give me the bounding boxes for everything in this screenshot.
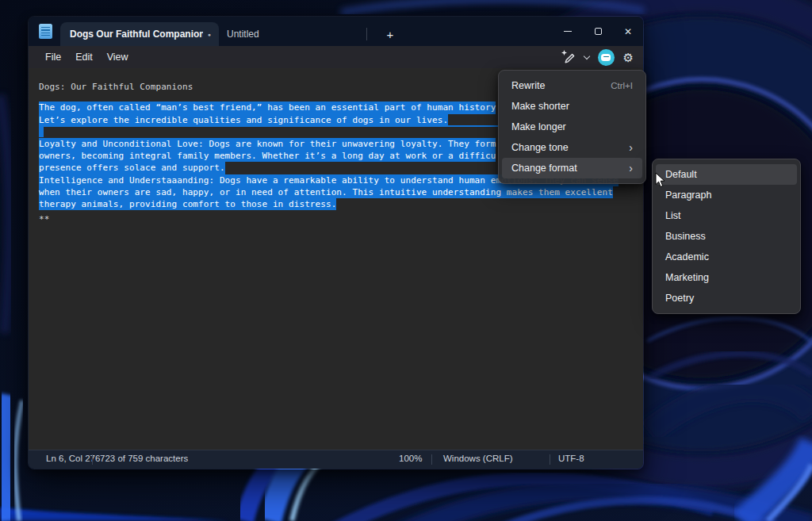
menu-item-label: Make longer [511,121,633,132]
submenu-item-label: Poetry [665,293,787,304]
tab-label: Dogs Our Faithful Companions [70,29,203,40]
menu-item-shortcut: Ctrl+I [611,81,633,90]
menu-item[interactable]: Rewrite Ctrl+I [502,75,642,96]
status-bar: Ln 6, Col 276 723 of 759 characters 100%… [29,450,643,469]
menu-item-label: Make shorter [511,101,633,112]
mouse-cursor [655,172,666,192]
zoom-level[interactable]: 100% [399,454,422,463]
new-tab-button[interactable]: + [377,24,404,44]
line-ending[interactable]: Windows (CRLF) [443,454,513,463]
minimize-icon [564,31,572,32]
tab-untitled[interactable]: Untitled [219,22,366,46]
selected-text: therapy animals, providing comfort to th… [39,198,336,210]
selected-text: owners, becoming integral family members… [39,150,496,162]
settings-gear-icon[interactable]: ⚙ [623,52,634,63]
menu-item-label: Change format [511,163,629,174]
submenu-item[interactable]: Academic [656,247,797,267]
toolbar-right: ⚙ [560,46,634,68]
close-icon: ✕ [624,27,632,36]
menu-item[interactable]: Make longer [502,117,642,137]
menu-item-label: Change tone [511,142,629,153]
close-button[interactable]: ✕ [613,17,643,46]
copilot-glyph [601,54,611,61]
maximize-button[interactable] [583,17,613,46]
menu-edit[interactable]: Edit [68,48,100,66]
encoding[interactable]: UTF-8 [558,454,584,463]
submenu-item[interactable]: Paragraph [656,185,797,205]
minimize-button[interactable] [553,17,583,46]
editor-line: therapy animals, providing comfort to th… [39,198,619,210]
submenu-item[interactable]: List [656,205,797,226]
copilot-icon[interactable] [598,49,615,66]
notepad-app-icon [39,24,52,39]
selected-text: Loyalty and Unconditional Love: Dogs are… [39,138,496,150]
menu-view[interactable]: View [100,48,136,66]
submenu-item-label: Paragraph [665,190,787,201]
submenu-item-label: List [665,210,787,221]
submenu-item-label: Academic [665,251,787,262]
tab-label: Untitled [227,29,259,40]
window-controls: ✕ [553,17,643,46]
menu-item[interactable]: Make shorter [502,96,642,117]
menu-item-label: Rewrite [511,80,611,91]
status-separator [550,454,550,465]
maximize-icon [595,28,602,35]
submenu-chevron-icon: › [629,163,633,174]
selected-text: when their owners are sad, happy, or in … [39,186,613,198]
menu-item[interactable]: Change tone › [502,137,642,158]
tab-separator [366,28,367,40]
selected-text: The dog, often called “man’s best friend… [39,102,496,113]
selected-text: Let’s explore the incredible qualities a… [39,114,448,126]
rewrite-pen-sparkle-icon[interactable] [560,49,576,65]
tab-dogs-our-faithful-companions[interactable]: Dogs Our Faithful Companions ● [60,22,219,46]
menu-file[interactable]: File [38,48,68,66]
menu-item[interactable]: Change format › [502,158,642,178]
line-text: ** [39,214,49,224]
menu-bar: File Edit View ⚙ [29,46,643,68]
submenu-item[interactable]: Business [656,226,797,247]
status-separator [431,454,432,465]
submenu-item[interactable]: Marketing [656,267,797,288]
editor-line: when their owners are sad, happy, or in … [39,186,619,198]
character-count: 723 of 759 characters [100,454,188,463]
submenu-item-label: Business [665,231,787,242]
rewrite-menu: Rewrite Ctrl+I Make shorter Make longer … [498,70,646,184]
editor-line: ** [39,210,619,222]
submenu-item[interactable]: Poetry [656,288,797,308]
submenu-item[interactable]: Default [656,164,797,185]
title-bar[interactable]: Dogs Our Faithful Companions ● Untitled … [29,17,643,46]
submenu-item-label: Default [665,169,787,180]
submenu-chevron-icon: › [629,142,633,153]
unsaved-indicator-dot: ● [208,32,211,37]
chevron-down-icon[interactable] [583,52,589,59]
selected-text: presence offers solace and support. [39,162,225,174]
status-separator [92,454,93,465]
change-format-submenu: Default Paragraph List Business Academic… [652,159,801,314]
submenu-item-label: Marketing [665,272,787,283]
